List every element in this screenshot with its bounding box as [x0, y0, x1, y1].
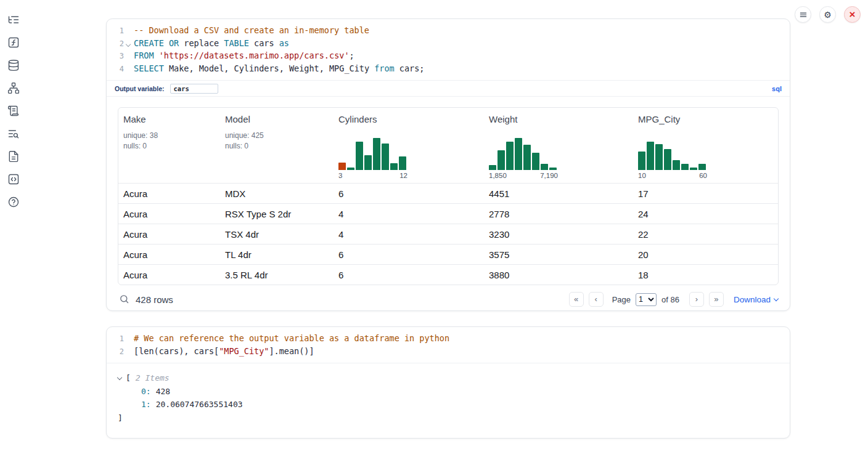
- menu-button[interactable]: [795, 6, 811, 23]
- code-line[interactable]: 1-- Download a CSV and create an in-memo…: [110, 25, 782, 38]
- search-button[interactable]: [118, 294, 129, 305]
- gutter-fold-slot[interactable]: [124, 42, 132, 47]
- table-cell: 4: [334, 209, 484, 219]
- menu-icon: [799, 10, 808, 19]
- code-token: FROM: [134, 51, 154, 60]
- table-row[interactable]: AcuraTL 4dr6357520: [118, 244, 778, 264]
- code-square-icon: [7, 173, 20, 185]
- code-line[interactable]: 1# We can reference the output variable …: [110, 333, 782, 346]
- gear-icon: ⚙: [824, 10, 832, 20]
- sql-cell: 1-- Download a CSV and create an in-memo…: [106, 18, 790, 311]
- language-badge: sql: [772, 85, 782, 92]
- line-number: 1: [110, 25, 124, 38]
- table-cell: Acura: [118, 270, 220, 280]
- output-variable-input[interactable]: [170, 84, 218, 94]
- column-label: Weight: [489, 114, 628, 124]
- column-header-model[interactable]: Model unique: 425 nulls: 0: [220, 108, 334, 183]
- column-header-cylinders[interactable]: Cylinders 3 12: [334, 108, 484, 183]
- mpg-city-histogram[interactable]: [638, 136, 707, 170]
- python-code-editor[interactable]: 1# We can reference the output variable …: [107, 327, 790, 363]
- table-cell: 18: [633, 270, 778, 280]
- code-line[interactable]: 3FROM 'https://datasets.marimo.app/cars.…: [110, 50, 782, 63]
- axis-min-label: 3: [338, 172, 342, 179]
- table-row[interactable]: AcuraTSX 4dr4323022: [118, 224, 778, 244]
- sidebar-item-snippets[interactable]: [7, 150, 20, 164]
- open-bracket: [: [126, 373, 131, 382]
- table-cell: 6: [334, 270, 484, 280]
- last-page-button[interactable]: »: [709, 292, 724, 307]
- page-select[interactable]: 1: [636, 293, 657, 306]
- first-page-button[interactable]: «: [569, 292, 584, 307]
- close-icon: ×: [850, 9, 856, 21]
- code-token: "MPG_City": [219, 346, 269, 356]
- code-text: [len(cars), cars["MPG_City"].mean()]: [132, 346, 314, 358]
- axis-max-label: 7,190: [540, 172, 558, 179]
- histogram-bar: [489, 165, 496, 170]
- histogram-bar: [698, 164, 706, 170]
- column-header-weight[interactable]: Weight 1,850 7,190: [484, 108, 633, 183]
- line-number: 4: [110, 63, 124, 76]
- sidebar-item-logs[interactable]: [7, 127, 20, 141]
- table-row[interactable]: AcuraRSX Type S 2dr4277824: [118, 203, 778, 224]
- sidebar-item-documentation[interactable]: [7, 105, 20, 118]
- settings-button[interactable]: ⚙: [819, 6, 836, 23]
- stat-unique: unique: 38: [123, 131, 215, 141]
- sidebar-item-datasources[interactable]: [7, 59, 20, 73]
- histogram-bar: [399, 156, 406, 170]
- histogram-bar: [390, 163, 398, 170]
- stat-nulls: nulls: 0: [225, 141, 329, 152]
- histogram-bar: [681, 164, 689, 170]
- histogram-bar: [356, 142, 363, 170]
- code-line[interactable]: 2CREATE OR replace TABLE cars as: [110, 38, 782, 51]
- axis-max-label: 12: [399, 172, 407, 179]
- code-text: FROM 'https://datasets.marimo.app/cars.c…: [132, 50, 354, 62]
- code-token: -- Download a CSV and create an in-memor…: [134, 25, 369, 35]
- download-button[interactable]: Download: [734, 295, 778, 304]
- code-token: # We can reference the output variable a…: [134, 333, 449, 343]
- collapse-toggle[interactable]: [118, 373, 121, 382]
- histogram-bar: [647, 142, 654, 170]
- column-header-mpg-city[interactable]: MPG_City 10 60: [633, 108, 778, 183]
- python-output: [2 Items 0:428 1:20.060747663551403 ]: [107, 363, 790, 433]
- code-line[interactable]: 2[len(cars), cars["MPG_City"].mean()]: [110, 346, 782, 358]
- sidebar-item-dependencies[interactable]: [7, 82, 20, 95]
- code-token: as: [279, 38, 289, 48]
- sidebar-item-functions[interactable]: [7, 36, 20, 50]
- histogram-bar: [532, 153, 539, 170]
- code-line[interactable]: 4SELECT Make, Model, Cylinders, Weight, …: [110, 63, 782, 76]
- sidebar-item-packages[interactable]: [7, 173, 20, 187]
- code-token: CREATE OR: [134, 38, 179, 48]
- histogram-bar: [549, 168, 557, 170]
- table-footer: 428 rows « ‹ Page 1 of 86 › » Download: [107, 285, 790, 311]
- code-text: # We can reference the output variable a…: [132, 333, 449, 345]
- sidebar-item-file-tree[interactable]: [7, 14, 20, 27]
- sidebar-item-help[interactable]: [7, 196, 20, 209]
- prev-page-button[interactable]: ‹: [589, 292, 604, 307]
- left-toolbar: [0, 0, 27, 209]
- column-label: Model: [225, 114, 329, 124]
- python-cell: 1# We can reference the output variable …: [106, 326, 790, 439]
- table-cell: RSX Type S 2dr: [220, 209, 334, 219]
- histogram-bar: [541, 164, 548, 170]
- histogram-bar: [664, 149, 671, 170]
- item-value: 428: [156, 387, 170, 396]
- line-number: 2: [110, 38, 124, 51]
- code-token: [154, 51, 159, 60]
- sql-code-editor[interactable]: 1-- Download a CSV and create an in-memo…: [107, 19, 790, 80]
- column-header-make[interactable]: Make unique: 38 nulls: 0: [118, 108, 220, 183]
- table-row[interactable]: Acura3.5 RL 4dr6388018: [118, 264, 778, 285]
- table-cell: 3575: [484, 249, 633, 260]
- next-page-button[interactable]: ›: [689, 292, 704, 307]
- weight-histogram[interactable]: [489, 136, 558, 170]
- histogram-bar: [497, 150, 505, 170]
- code-token: 'https://datasets.marimo.app/cars.csv': [159, 51, 350, 60]
- code-token: SELECT: [134, 63, 164, 73]
- cylinders-histogram[interactable]: [338, 136, 407, 170]
- table-row[interactable]: AcuraMDX6445117: [118, 183, 778, 203]
- shutdown-button[interactable]: ×: [844, 6, 861, 23]
- table-cell: 17: [633, 188, 778, 199]
- axis-min-label: 1,850: [489, 172, 507, 179]
- database-icon: [7, 59, 20, 71]
- list-item: 0:428: [118, 385, 779, 398]
- table-cell: 22: [633, 229, 778, 240]
